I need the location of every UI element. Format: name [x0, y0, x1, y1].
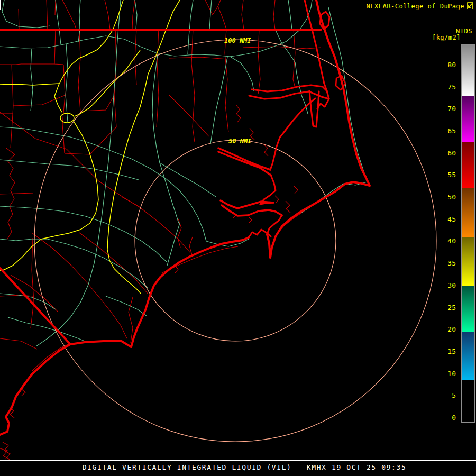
- colorbar-tick-label: 75: [429, 83, 456, 91]
- colorbar-tick-label: 30: [429, 281, 456, 290]
- colorbar-segment: [462, 237, 474, 286]
- status-separator-line: [0, 460, 476, 461]
- expand-arrow-icon: [466, 2, 474, 10]
- colorbar-segment: [462, 332, 474, 380]
- status-text: DIGITAL VERTICALLY INTEGRATED LIQUID (VI…: [13, 463, 476, 471]
- range-ring-label-50: 50 NMI: [228, 138, 252, 145]
- colorbar-tick-label: 65: [429, 127, 456, 135]
- colorbar-tick-labels: 80757065605550454035302520151050: [429, 0, 456, 476]
- colorbar-tick-label: 60: [429, 149, 456, 158]
- colorbar-tick-label: 5: [429, 391, 456, 400]
- colorbar: [461, 44, 475, 423]
- state-borders-and-coastline: [0, 0, 370, 435]
- colorbar-segment: [462, 286, 474, 332]
- radar-display: 100 NMI 50 NMI NEXLAB-College of DuPage …: [0, 0, 476, 476]
- range-ring-label-100: 100 NMI: [224, 37, 251, 44]
- colorbar-tick-label: 35: [429, 259, 456, 268]
- radar-map: 100 NMI 50 NMI: [0, 0, 476, 460]
- colorbar-segment: [462, 380, 474, 418]
- colorbar-tick-label: 20: [429, 325, 456, 334]
- colorbar-tick-label: 45: [429, 215, 456, 224]
- colorbar-segment: [462, 96, 474, 142]
- county-boundaries: [0, 0, 321, 460]
- colorbar-segment: [462, 188, 474, 237]
- interstate-highways: [0, 0, 180, 294]
- colorbar-segment: [462, 142, 474, 189]
- nc-sc-border: [0, 268, 70, 344]
- colorbar-segment: [462, 45, 474, 96]
- colorbar-tick-label: 25: [429, 304, 456, 312]
- colorbar-tick-label: 15: [429, 347, 456, 356]
- colorbar-tick-label: 50: [429, 193, 456, 202]
- colorbar-tick-label: 0: [429, 414, 456, 422]
- colorbar-tick-label: 55: [429, 171, 456, 179]
- colorbar-tick-label: 80: [429, 61, 456, 69]
- colorbar-tick-label: 40: [429, 237, 456, 245]
- colorbar-tick-label: 70: [429, 105, 456, 113]
- colorbar-tick-label: 10: [429, 370, 456, 378]
